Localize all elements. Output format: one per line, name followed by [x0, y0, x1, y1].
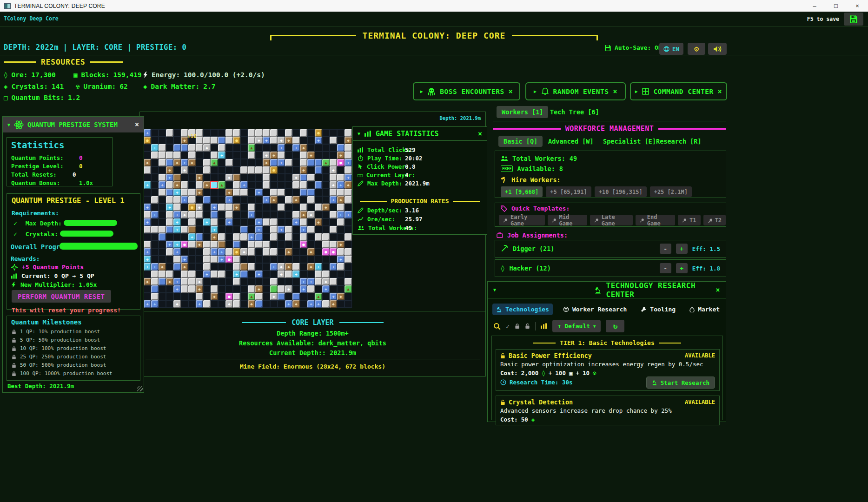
boss-encounters-button[interactable]: ▶ BOSS ENCOUNTERS × [413, 82, 520, 100]
mine-cell[interactable] [263, 144, 270, 152]
mine-cell[interactable]: + [292, 271, 300, 278]
mine-cell[interactable] [218, 241, 225, 248]
hacker-minus-button[interactable]: - [660, 263, 671, 273]
mine-cell[interactable] [211, 144, 218, 152]
mine-cell[interactable] [144, 233, 151, 241]
mine-cell[interactable] [188, 248, 196, 256]
mine-cell[interactable]: + [166, 241, 173, 248]
mine-cell[interactable] [218, 226, 225, 233]
mine-cell[interactable]: ◆ [181, 166, 188, 174]
mine-cell[interactable]: ◆ [292, 300, 300, 308]
mine-cell[interactable] [337, 285, 345, 293]
mine-cell[interactable]: + [292, 144, 300, 152]
mine-grid[interactable]: +●●◆●◆+◆◆+◆+◆▲++◆+◆◆◆◆◆◆+◆▲◆+▲●+◆◆●◆◆+◆◆… [143, 129, 352, 308]
mine-cell[interactable]: ▲ [345, 285, 352, 293]
mine-cell[interactable] [337, 278, 345, 285]
mine-cell[interactable]: ◆ [345, 181, 352, 189]
mine-cell[interactable] [248, 241, 255, 248]
mine-cell[interactable] [307, 196, 315, 204]
mine-cell[interactable] [218, 196, 225, 204]
mine-cell[interactable]: ◆ [196, 189, 203, 196]
hire-plus-5-button[interactable]: +5 [65,191] [546, 186, 591, 197]
mine-cell[interactable] [315, 256, 322, 263]
mine-cell[interactable] [144, 166, 151, 174]
mine-cell[interactable] [196, 256, 203, 263]
mine-cell[interactable]: + [233, 271, 240, 278]
mine-cell[interactable] [322, 293, 330, 300]
mine-cell[interactable] [307, 137, 315, 144]
mine-cell[interactable] [240, 174, 248, 181]
mine-cell[interactable] [218, 285, 225, 293]
mine-cell[interactable] [159, 293, 166, 300]
mine-cell[interactable] [233, 233, 240, 241]
mine-cell[interactable] [345, 144, 352, 152]
mine-cell[interactable] [151, 256, 159, 263]
mine-cell[interactable] [196, 248, 203, 256]
tab-workers[interactable]: Workers [1] [497, 106, 548, 118]
mine-cell[interactable] [278, 129, 285, 137]
mine-cell[interactable]: + [270, 263, 278, 271]
mine-cell[interactable] [278, 166, 285, 174]
mine-cell[interactable] [181, 233, 188, 241]
mine-cell[interactable] [225, 241, 233, 248]
mine-cell[interactable] [278, 152, 285, 159]
mine-cell[interactable] [203, 174, 211, 181]
mine-cell[interactable] [278, 285, 285, 293]
mine-cell[interactable]: + [173, 218, 181, 226]
mine-cell[interactable] [225, 129, 233, 137]
mine-cell[interactable] [233, 218, 240, 226]
mine-cell[interactable] [240, 300, 248, 308]
mine-cell[interactable] [203, 300, 211, 308]
mine-cell[interactable]: ◆ [211, 293, 218, 300]
mine-cell[interactable] [233, 144, 240, 152]
mine-cell[interactable] [307, 218, 315, 226]
mine-cell[interactable] [173, 174, 181, 181]
mine-cell[interactable] [345, 129, 352, 137]
mine-cell[interactable]: + [173, 285, 181, 293]
mine-cell[interactable]: ◆ [337, 293, 345, 300]
mine-cell[interactable] [322, 144, 330, 152]
mine-cell[interactable] [322, 300, 330, 308]
mine-cell[interactable] [225, 278, 233, 285]
mine-cell[interactable] [188, 241, 196, 248]
mine-cell[interactable]: ◆ [263, 159, 270, 166]
mine-cell[interactable]: ● [225, 256, 233, 263]
mine-cell[interactable]: ▲ [218, 181, 225, 189]
mine-cell[interactable] [196, 159, 203, 166]
mine-cell[interactable]: + [181, 196, 188, 204]
mine-cell[interactable] [151, 159, 159, 166]
mine-cell[interactable] [322, 181, 330, 189]
mine-cell[interactable] [240, 278, 248, 285]
mine-cell[interactable] [278, 233, 285, 241]
mine-cell[interactable] [218, 278, 225, 285]
mine-cell[interactable] [345, 248, 352, 256]
mine-cell[interactable] [188, 144, 196, 152]
mine-cell[interactable] [188, 181, 196, 189]
mine-cell[interactable] [285, 204, 292, 211]
mine-cell[interactable] [203, 137, 211, 144]
mine-cell[interactable]: + [315, 300, 322, 308]
close-icon[interactable]: × [478, 130, 482, 138]
mine-cell[interactable] [263, 233, 270, 241]
mine-cell[interactable] [270, 211, 278, 218]
mine-cell[interactable] [233, 174, 240, 181]
mine-cell[interactable] [345, 241, 352, 248]
mine-cell[interactable]: + [345, 211, 352, 218]
mine-cell[interactable] [218, 166, 225, 174]
mine-cell[interactable]: ◆ [203, 181, 211, 189]
mine-cell[interactable] [322, 256, 330, 263]
subtab-advanced[interactable]: Advanced [W] [543, 136, 599, 147]
mine-cell[interactable] [166, 248, 173, 256]
mine-cell[interactable]: ◆ [225, 174, 233, 181]
mine-cell[interactable] [181, 285, 188, 293]
mine-cell[interactable] [225, 181, 233, 189]
mine-cell[interactable]: ◆ [255, 137, 263, 144]
mine-cell[interactable]: + [173, 226, 181, 233]
mine-cell[interactable] [292, 256, 300, 263]
mine-cell[interactable] [330, 278, 337, 285]
mine-cell[interactable] [270, 300, 278, 308]
mine-cell[interactable] [337, 271, 345, 278]
mine-cell[interactable] [263, 248, 270, 256]
mine-cell[interactable] [263, 293, 270, 300]
mine-cell[interactable] [330, 204, 337, 211]
